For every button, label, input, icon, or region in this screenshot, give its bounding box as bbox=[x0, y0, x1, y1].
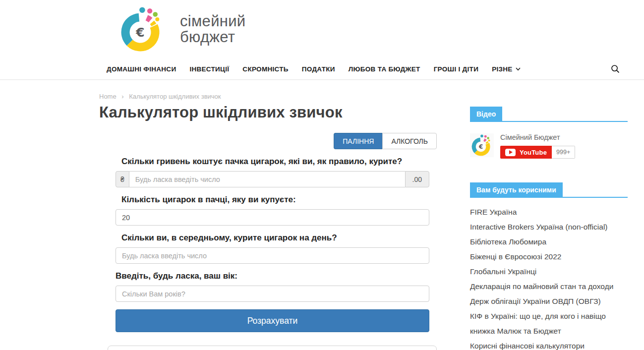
calculate-button[interactable]: Розрахувати bbox=[116, 309, 429, 332]
svg-text:€: € bbox=[135, 25, 144, 40]
nav-item-misc[interactable]: РІЗНЕ bbox=[492, 65, 520, 73]
useful-widget-title-bar: Вам будуть корисними bbox=[470, 182, 628, 198]
useful-widget-title: Вам будуть корисними bbox=[470, 182, 563, 197]
sidebar: Відео € bbox=[470, 80, 628, 350]
useful-link-fire-ukraine[interactable]: FIRE Україна bbox=[470, 208, 628, 216]
cigs-per-day-input[interactable] bbox=[116, 247, 429, 264]
breadcrumb-home[interactable]: Home bbox=[99, 93, 117, 100]
youtube-label: YouTube bbox=[520, 149, 547, 156]
youtube-play-icon bbox=[505, 149, 516, 156]
brand-line1: сімейний bbox=[180, 13, 245, 29]
nav-item-investments[interactable]: ІНВЕСТИЦІЇ bbox=[189, 65, 229, 73]
channel-name[interactable]: Сімейний Бюджет bbox=[500, 133, 575, 141]
brand-name[interactable]: сімейний бюджет bbox=[180, 13, 245, 45]
useful-links-widget: Вам будуть корисними FIRE Україна Intera… bbox=[470, 182, 628, 350]
main-column: Home › Калькулятор шкідливих звичок Каль… bbox=[99, 80, 437, 350]
breadcrumb-current: Калькулятор шкідливих звичок bbox=[129, 93, 221, 100]
nav-item-taxes[interactable]: ПОДАТКИ bbox=[302, 65, 335, 73]
calculator-tabs: ПАЛІННЯ АЛКОГОЛЬ bbox=[99, 133, 437, 149]
breadcrumb-separator: › bbox=[121, 93, 123, 100]
calculator-form: Скільки гривень коштує пачка цигарок, як… bbox=[116, 157, 429, 332]
cigs-per-pack-label: Кількість цигарок в пачці, яку ви купуєт… bbox=[116, 195, 429, 205]
video-widget: Відео € bbox=[470, 107, 628, 159]
useful-link-book-malyuk-budget[interactable]: книжка Малюк та Бюджет bbox=[470, 327, 628, 335]
cigs-per-pack-input[interactable] bbox=[116, 209, 429, 226]
brand-line2: бюджет bbox=[180, 29, 245, 45]
useful-link-refugees-eu-2022[interactable]: Біженці в Євросоюзі 2022 bbox=[470, 253, 628, 261]
tab-smoking[interactable]: ПАЛІННЯ bbox=[334, 133, 382, 149]
useful-link-kif-ukraine[interactable]: КІФ в Україні: що це, для кого і навіщо bbox=[470, 312, 628, 320]
svg-text:€: € bbox=[478, 143, 483, 150]
useful-link-property-declaration[interactable]: Декларація по майновий стан та доходи bbox=[470, 283, 628, 291]
cigs-per-day-label: Скільки ви, в середньому, курите цигарок… bbox=[116, 233, 429, 243]
pack-price-input-group: ₴ .00 bbox=[116, 171, 429, 187]
channel-avatar: € bbox=[470, 133, 494, 157]
useful-link-interactive-brokers[interactable]: Interactive Brokers Україна (non-officia… bbox=[470, 223, 628, 231]
pack-price-input[interactable] bbox=[129, 171, 405, 187]
brand-logo-donut-icon[interactable]: € bbox=[117, 4, 167, 54]
age-input[interactable] bbox=[116, 286, 429, 302]
nav-item-home-finance[interactable]: ДОМАШНІ ФІНАНСИ bbox=[107, 65, 176, 73]
video-widget-title-bar: Відео bbox=[470, 107, 628, 122]
nav-item-money-kids[interactable]: ГРОШІ І ДІТИ bbox=[434, 65, 478, 73]
search-icon bbox=[610, 64, 620, 74]
page-title: Калькулятор шкідливих звичок bbox=[99, 104, 437, 121]
youtube-subscribe-widget: € Сімейний Бюджет YouTube 999+ bbox=[470, 133, 628, 159]
main-nav: ДОМАШНІ ФІНАНСИ ІНВЕСТИЦІЇ СКРОМНІСТЬ ПО… bbox=[0, 58, 644, 80]
useful-link-gov-bonds[interactable]: Держ облігації України ОВДП (ОВГЗ) bbox=[470, 297, 628, 305]
youtube-subscribe-button[interactable]: YouTube bbox=[500, 146, 552, 159]
logo-row: € сімейний бюджет bbox=[0, 0, 644, 58]
subscribe-row: YouTube 999+ bbox=[500, 146, 575, 159]
tab-alcohol[interactable]: АЛКОГОЛЬ bbox=[382, 133, 437, 149]
useful-links-list: FIRE Україна Interactive Brokers Україна… bbox=[470, 208, 628, 350]
nav-item-modesty[interactable]: СКРОМНІСТЬ bbox=[242, 65, 288, 73]
age-label: Введіть, будь ласка, ваш вік: bbox=[116, 271, 429, 281]
chevron-down-icon bbox=[516, 67, 521, 71]
channel-info: Сімейний Бюджет YouTube 999+ bbox=[500, 133, 575, 159]
site-header: € сімейний бюджет ДОМАШНІ ФІНАНСИ ІНВЕСТ… bbox=[0, 0, 644, 80]
decimal-suffix-addon: .00 bbox=[405, 171, 429, 187]
result-panel bbox=[108, 346, 437, 350]
breadcrumb: Home › Калькулятор шкідливих звичок bbox=[99, 93, 437, 100]
useful-link-financial-calculators[interactable]: Корисні фінансові калькулятори bbox=[470, 342, 628, 350]
page-body: Home › Калькулятор шкідливих звичок Каль… bbox=[0, 80, 644, 350]
subscriber-count: 999+ bbox=[552, 146, 575, 159]
nav-item-love-budget[interactable]: ЛЮБОВ ТА БЮДЖЕТ bbox=[349, 65, 420, 73]
pack-price-label: Скільки гривень коштує пачка цигарок, як… bbox=[116, 157, 429, 167]
useful-link-global-ukrainians[interactable]: Глобальні Українці bbox=[470, 268, 628, 276]
channel-avatar-donut-icon: € bbox=[470, 133, 494, 157]
useful-link-lyubomyr-library[interactable]: Бібліотека Любомира bbox=[470, 238, 628, 246]
video-widget-title: Відео bbox=[470, 107, 502, 121]
search-button[interactable] bbox=[610, 64, 620, 74]
currency-hryvnia-addon: ₴ bbox=[116, 171, 129, 187]
